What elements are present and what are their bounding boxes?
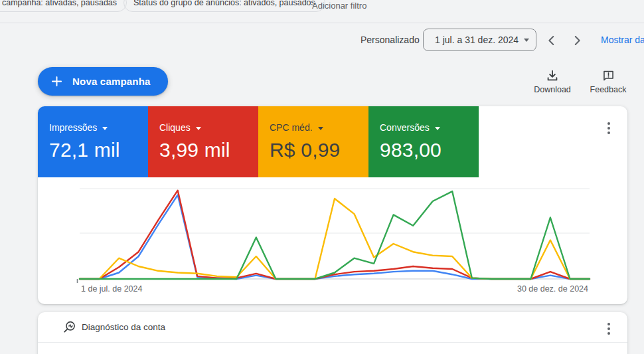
previous-period-button[interactable] bbox=[544, 33, 560, 48]
date-range-value: 1 jul. a 31 dez. 2024 bbox=[435, 35, 519, 45]
chevron-right-icon bbox=[570, 33, 584, 48]
x-axis-start-label: 1 de jul. de 2024 bbox=[81, 284, 142, 294]
metric-card-conversions[interactable]: Conversões 983,00 bbox=[368, 106, 479, 177]
feedback-label: Feedback bbox=[590, 85, 627, 94]
chevron-down-icon bbox=[524, 39, 529, 42]
kebab-menu-icon bbox=[607, 323, 610, 325]
account-diagnostics-card[interactable]: Diagnóstico da conta bbox=[38, 312, 627, 354]
date-range-selector[interactable]: 1 jul. a 31 dez. 2024 bbox=[423, 29, 536, 51]
x-axis-end-label: 30 de dez. de 2024 bbox=[517, 284, 588, 294]
diagnostics-magnifier-pulse-icon bbox=[62, 320, 76, 334]
google-ads-overview-page: campanha: ativadas, pausadas Status do g… bbox=[0, 0, 644, 354]
download-label: Download bbox=[534, 85, 571, 94]
chart-line-cpc-medio bbox=[80, 199, 590, 279]
filter-chip-campaign-status[interactable]: campanha: ativadas, pausadas bbox=[0, 0, 127, 12]
diagnostics-title: Diagnóstico da conta bbox=[82, 322, 165, 332]
chevron-down-icon bbox=[102, 127, 108, 130]
add-filter-button[interactable]: Adicionar filtro bbox=[312, 1, 366, 11]
metric-card-strip: Impressões 72,1 mil Cliques 3,99 mil CPC… bbox=[38, 106, 479, 177]
filter-chip-adgroup-status[interactable]: Status do grupo de anúncios: ativados, p… bbox=[123, 0, 325, 12]
next-period-button[interactable] bbox=[569, 33, 585, 48]
chart-line-cliques bbox=[80, 191, 590, 279]
feedback-button[interactable]: Feedback bbox=[585, 68, 631, 94]
feedback-bubble-icon bbox=[602, 68, 615, 83]
date-mode-label: Personalizado bbox=[361, 35, 420, 45]
diagnostics-menu-button[interactable] bbox=[601, 320, 617, 337]
metric-label: Conversões bbox=[380, 122, 430, 133]
metric-label: CPC méd. bbox=[270, 122, 313, 133]
filter-bar-divider bbox=[0, 23, 644, 23]
chevron-down-icon bbox=[318, 127, 323, 130]
performance-chart-card: Impressões 72,1 mil Cliques 3,99 mil CPC… bbox=[38, 106, 627, 304]
metric-card-impressions[interactable]: Impressões 72,1 mil bbox=[38, 106, 148, 177]
chevron-down-icon bbox=[196, 127, 201, 130]
diagnostics-divider bbox=[38, 342, 627, 343]
chevron-down-icon bbox=[435, 127, 440, 130]
metric-value: R$ 0,99 bbox=[270, 139, 358, 161]
kebab-menu-icon bbox=[607, 122, 610, 125]
metric-value: 3,99 mil bbox=[159, 139, 248, 161]
chart-line-conversoes bbox=[80, 191, 590, 279]
metric-value: 983,00 bbox=[380, 139, 468, 161]
plus-icon bbox=[50, 74, 64, 88]
metric-card-clicks[interactable]: Cliques 3,99 mil bbox=[148, 106, 258, 177]
metric-label: Impressões bbox=[49, 122, 97, 133]
new-campaign-label: Nova campanha bbox=[72, 76, 151, 87]
chart-card-menu-button[interactable] bbox=[601, 120, 617, 137]
metric-label: Cliques bbox=[159, 122, 191, 133]
download-icon bbox=[545, 68, 560, 83]
chart-line-impressoes bbox=[80, 195, 590, 280]
download-button[interactable]: Download bbox=[529, 68, 576, 94]
show-data-link[interactable]: Mostrar dados bbox=[601, 35, 644, 45]
metric-value: 72,1 mil bbox=[49, 139, 137, 161]
new-campaign-button[interactable]: Nova campanha bbox=[38, 67, 168, 96]
metric-card-avg-cpc[interactable]: CPC méd. R$ 0,99 bbox=[258, 106, 368, 177]
chevron-left-icon bbox=[544, 33, 559, 48]
